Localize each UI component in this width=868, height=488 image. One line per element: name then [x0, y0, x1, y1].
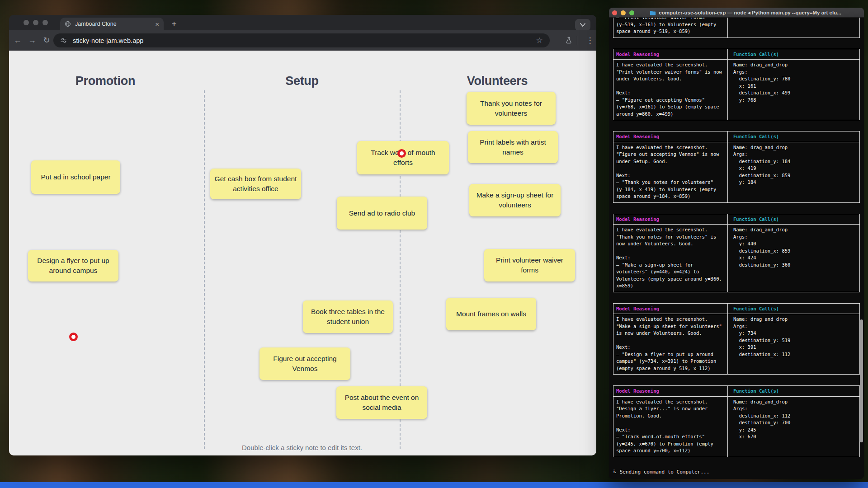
forward-button[interactable]: →: [26, 34, 38, 46]
site-settings-icon[interactable]: [60, 37, 67, 44]
sticky-note[interactable]: Track word-of-mouth efforts: [357, 141, 449, 174]
toolbar-divider: [577, 36, 577, 45]
call-header: Function Call(s): [728, 131, 859, 142]
back-button[interactable]: ←: [12, 34, 24, 46]
sticky-note[interactable]: Post about the event on social media: [336, 386, 427, 419]
log-block: Model Reasoning Function Call(s) I have …: [613, 214, 860, 292]
sticky-note[interactable]: Put ad in school paper: [31, 160, 120, 194]
column-title-setup: Setup: [285, 74, 319, 88]
close-window-button[interactable]: [24, 20, 29, 25]
call-header: Function Call(s): [728, 304, 859, 314]
cursor-ring-annotation: [397, 149, 406, 158]
sticky-note[interactable]: Make a sign-up sheet for volunteers: [469, 184, 561, 216]
reload-button[interactable]: ↻: [41, 34, 52, 46]
call-cell: [728, 18, 859, 38]
browser-menu-icon[interactable]: ⋮: [584, 34, 596, 46]
zoom-window-button[interactable]: [629, 10, 634, 15]
sticky-note-board[interactable]: Promotion Setup Volunteers Put ad in sch…: [9, 51, 596, 455]
call-header: Function Call(s): [728, 214, 859, 225]
url-text[interactable]: sticky-note-jam.web.app: [73, 37, 143, 44]
tab-strip: Jamboard Clone × +: [9, 15, 596, 30]
sticky-note[interactable]: Print labels with artist names: [468, 131, 558, 163]
sticky-note[interactable]: Book three tables in the student union: [303, 300, 393, 333]
sticky-note[interactable]: Get cash box from student activities off…: [210, 169, 301, 199]
log-block: Model Reasoning Function Call(s) I have …: [613, 385, 860, 457]
call-cell: Name: drag_and_drop Args: destination_y:…: [728, 142, 859, 202]
sticky-note[interactable]: Figure out accepting Venmos: [259, 347, 350, 380]
call-cell: Name: drag_and_drop Args: y: 440 destina…: [728, 225, 859, 292]
minimize-window-button[interactable]: [621, 10, 626, 15]
terminal-window-controls[interactable]: [612, 10, 634, 15]
reasoning-cell: I have evaluated the screenshot. "Design…: [613, 397, 728, 457]
reasoning-cell: I have evaluated the screenshot. "Figure…: [613, 142, 728, 202]
window-controls[interactable]: [24, 20, 48, 25]
tab-jamboard-clone[interactable]: Jamboard Clone ×: [60, 18, 164, 30]
log-block: Model Reasoning Function Call(s) I have …: [613, 49, 860, 121]
new-tab-button[interactable]: +: [168, 18, 180, 30]
log-block: Model Reasoning Function Call(s) I have …: [613, 131, 860, 203]
reasoning-header: Model Reasoning: [613, 386, 728, 397]
address-bar[interactable]: sticky-note-jam.web.app: [53, 33, 550, 47]
bookmark-star-icon[interactable]: ☆: [533, 34, 545, 46]
column-title-promotion: Promotion: [75, 74, 135, 88]
sticky-note[interactable]: Thank you notes for volunteers: [467, 92, 556, 125]
call-cell: Name: drag_and_drop Args: destination_x:…: [728, 397, 859, 457]
reasoning-cell: I have evaluated the screenshot. "Print …: [613, 60, 728, 120]
reasoning-header: Model Reasoning: [613, 131, 728, 142]
bottom-blue-strip: [0, 482, 868, 488]
chevron-down-icon: [580, 23, 586, 27]
browser-window: Jamboard Clone × + ← → ↻ sticky-note-jam…: [9, 15, 596, 455]
call-header: Function Call(s): [728, 386, 859, 397]
sticky-note[interactable]: Print volunteer waiver forms: [484, 249, 575, 282]
log-block-partial: – "Print volunteer waiver forms" (y=519,…: [613, 18, 860, 38]
terminal-window: computer-use-solution-exp — node ◂ Pytho…: [609, 8, 864, 479]
terminal-status-line: ⠧ Sending command to Computer...: [613, 469, 709, 475]
close-tab-icon[interactable]: ×: [155, 21, 159, 28]
minimize-window-button[interactable]: [33, 20, 38, 25]
sticky-note[interactable]: Mount frames on walls: [446, 298, 536, 330]
tab-search-button[interactable]: [575, 19, 590, 31]
board-hint-text: Double-click a sticky note to edit its t…: [242, 444, 362, 451]
sticky-note[interactable]: Send ad to radio club: [337, 197, 427, 230]
reasoning-header: Model Reasoning: [613, 304, 728, 314]
reasoning-cell: I have evaluated the screenshot. "Thank …: [613, 225, 728, 292]
reasoning-cell: I have evaluated the screenshot. "Make a…: [613, 314, 728, 374]
sticky-note[interactable]: Design a flyer to put up around campus: [28, 250, 118, 282]
call-cell: Name: drag_and_drop Args: destination_y:…: [728, 60, 859, 120]
call-header: Function Call(s): [728, 49, 859, 60]
folder-icon: [650, 10, 656, 15]
reasoning-header: Model Reasoning: [613, 214, 728, 225]
browser-toolbar: ← → ↻ sticky-note-jam.web.app ☆ ⋮: [9, 30, 596, 51]
tab-title: Jamboard Clone: [75, 21, 151, 27]
reasoning-header: Model Reasoning: [613, 49, 728, 60]
terminal-title-text: computer-use-solution-exp — node ◂ Pytho…: [659, 9, 841, 16]
globe-favicon-icon: [65, 21, 71, 27]
terminal-title: computer-use-solution-exp — node ◂ Pytho…: [632, 9, 841, 16]
close-window-button[interactable]: [612, 10, 617, 15]
reasoning-cell: – "Print volunteer waiver forms" (y=519,…: [613, 18, 728, 38]
terminal-body[interactable]: – "Print volunteer waiver forms" (y=519,…: [609, 18, 864, 479]
cursor-ring-annotation: [69, 333, 78, 341]
terminal-titlebar[interactable]: computer-use-solution-exp — node ◂ Pytho…: [609, 8, 864, 18]
experiments-flask-icon[interactable]: [563, 34, 575, 46]
zoom-window-button[interactable]: [42, 20, 48, 25]
column-title-volunteers: Volunteers: [467, 74, 528, 88]
column-divider-1: [204, 90, 205, 449]
terminal-scrollbar[interactable]: [860, 319, 863, 442]
call-cell: Name: drag_and_drop Args: y: 734 destina…: [728, 314, 859, 374]
log-block: Model Reasoning Function Call(s) I have …: [613, 303, 860, 375]
